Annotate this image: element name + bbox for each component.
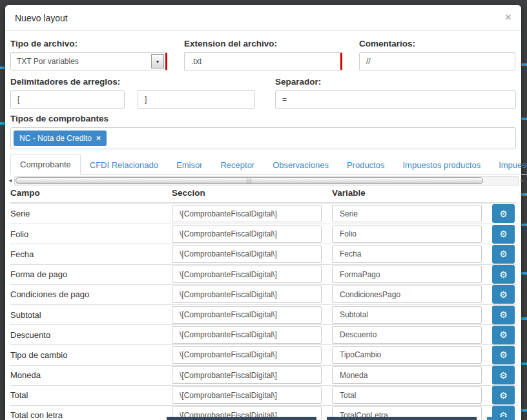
- tipos-comprobantes-taginput[interactable]: NC - Nota de Credito ×: [10, 127, 516, 149]
- scroll-left-icon[interactable]: ◄: [6, 176, 14, 185]
- scrollbar-track[interactable]: [14, 176, 519, 185]
- modal-header: Nuevo layout ×: [5, 5, 521, 31]
- campo-label: Moneda: [10, 370, 161, 380]
- chevron-down-icon[interactable]: ▼: [151, 54, 164, 68]
- row-settings-button[interactable]: ⚙: [492, 285, 515, 304]
- gear-icon: ⚙: [499, 270, 508, 279]
- variable-input[interactable]: [332, 246, 482, 263]
- variable-input[interactable]: [332, 346, 482, 364]
- seccion-input[interactable]: [172, 205, 322, 222]
- background-accent-line: [521, 224, 527, 226]
- campo-label: Folio: [10, 229, 161, 239]
- tipo-archivo-select[interactable]: TXT Por variables ▼: [10, 52, 167, 70]
- tab-comprobante[interactable]: Comprobante: [10, 154, 81, 175]
- tipos-comprobantes-section: Tipos de comprobantes NC - Nota de Credi…: [10, 114, 516, 149]
- variable-input[interactable]: [332, 286, 482, 303]
- background-accent-line: [521, 118, 527, 120]
- extension-input[interactable]: [184, 52, 342, 70]
- gear-icon: ⚙: [499, 330, 508, 339]
- table-row: Fecha⚙: [10, 244, 516, 264]
- gear-icon: ⚙: [499, 249, 508, 258]
- tab-productos[interactable]: Productos: [338, 155, 394, 175]
- row-settings-button[interactable]: ⚙: [492, 225, 515, 244]
- table-row: Forma de pago⚙: [10, 264, 516, 284]
- tab-cfdi-relacionado[interactable]: CFDI Relacionado: [81, 155, 167, 175]
- tab-bar: ComprobanteCFDI RelacionadoEmisorRecepto…: [10, 154, 527, 175]
- next-row-peek: [0, 417, 527, 420]
- table-row: Total⚙: [10, 385, 516, 405]
- table-row: Folio⚙: [10, 224, 516, 244]
- seccion-input[interactable]: [172, 386, 322, 404]
- close-icon[interactable]: ×: [505, 13, 512, 22]
- variable-input[interactable]: [332, 226, 482, 243]
- scrollbar-thumb[interactable]: [16, 177, 483, 184]
- seccion-input[interactable]: [172, 266, 322, 283]
- modal-body: Tipo de archivo: TXT Por variables ▼ Ext…: [5, 31, 521, 420]
- column-header-seccion: Seccion: [172, 188, 322, 198]
- separador-input[interactable]: [275, 90, 516, 109]
- column-header-campo: Campo: [10, 188, 161, 198]
- row-settings-button[interactable]: ⚙: [492, 245, 515, 264]
- tab-impuestos-productos[interactable]: Impuestos productos: [393, 155, 490, 175]
- campo-label: Tipo de cambio: [10, 350, 161, 360]
- file-options-row: Tipo de archivo: TXT Por variables ▼ Ext…: [10, 39, 516, 70]
- column-header-variable: Variable: [332, 188, 482, 198]
- comentarios-input[interactable]: [359, 52, 515, 70]
- table-row: Serie⚙: [10, 204, 516, 224]
- seccion-input[interactable]: [172, 366, 322, 384]
- seccion-input[interactable]: [172, 246, 322, 263]
- seccion-input[interactable]: [172, 326, 322, 344]
- background-accent-line: [0, 122, 5, 125]
- tab-impuestos-globales[interactable]: Impuestos globales: [490, 155, 527, 175]
- row-settings-button[interactable]: ⚙: [492, 265, 515, 284]
- delimitador-cierra-input[interactable]: [138, 90, 255, 109]
- scrollbar-grip-icon: [247, 178, 252, 184]
- table-row: Condiciones de pago⚙: [10, 284, 516, 304]
- seccion-input[interactable]: [172, 226, 322, 243]
- remove-tag-icon[interactable]: ×: [96, 134, 101, 143]
- background-accent-line: [521, 409, 527, 412]
- separador-label: Separador:: [275, 77, 516, 87]
- horizontal-scrollbar[interactable]: ◄ ►: [6, 176, 526, 185]
- variable-input[interactable]: [332, 326, 482, 344]
- extension-label: Extension del archivo:: [184, 39, 342, 48]
- row-settings-button[interactable]: ⚙: [492, 346, 515, 364]
- gear-icon: ⚙: [499, 229, 508, 238]
- field-table-body: Serie⚙Folio⚙Fecha⚙Forma de pago⚙Condicio…: [10, 204, 516, 420]
- campo-label: Forma de pago: [10, 269, 161, 279]
- gear-icon: ⚙: [499, 350, 508, 359]
- variable-input[interactable]: [332, 266, 482, 283]
- delimitador-abre-input[interactable]: [10, 90, 125, 109]
- background-accent-line: [521, 63, 527, 66]
- tipo-archivo-label: Tipo de archivo:: [10, 39, 167, 48]
- campo-label: Subtotal: [10, 310, 161, 320]
- background-accent-line: [521, 193, 527, 196]
- tab-emisor[interactable]: Emisor: [167, 155, 211, 175]
- row-settings-button[interactable]: ⚙: [492, 366, 515, 384]
- row-settings-button[interactable]: ⚙: [492, 306, 515, 324]
- variable-input[interactable]: [332, 366, 482, 384]
- variable-input[interactable]: [332, 306, 482, 324]
- delimitadores-label: Delimitadores de arreglos:: [10, 77, 255, 87]
- tab-receptor[interactable]: Receptor: [211, 155, 264, 175]
- scroll-right-icon[interactable]: ►: [519, 176, 526, 185]
- gear-icon: ⚙: [499, 209, 508, 218]
- background-accent-line: [521, 317, 527, 320]
- modal-title: Nuevo layout: [15, 13, 68, 23]
- comprobante-tag: NC - Nota de Credito ×: [14, 131, 107, 146]
- table-row: Subtotal⚙: [10, 304, 516, 324]
- row-settings-button[interactable]: ⚙: [492, 204, 515, 223]
- variable-input[interactable]: [332, 205, 482, 222]
- variable-input[interactable]: [332, 386, 482, 404]
- row-settings-button[interactable]: ⚙: [492, 386, 515, 404]
- table-row: Moneda⚙: [10, 365, 516, 385]
- background-accent-line: [0, 67, 5, 69]
- next-row-seccion-input: [167, 417, 316, 420]
- tab-observaciones[interactable]: Observaciones: [264, 155, 338, 175]
- gear-icon: ⚙: [499, 371, 508, 380]
- seccion-input[interactable]: [172, 286, 322, 303]
- campo-label: Serie: [10, 209, 161, 218]
- seccion-input[interactable]: [172, 346, 322, 364]
- seccion-input[interactable]: [172, 306, 322, 324]
- row-settings-button[interactable]: ⚙: [492, 326, 515, 344]
